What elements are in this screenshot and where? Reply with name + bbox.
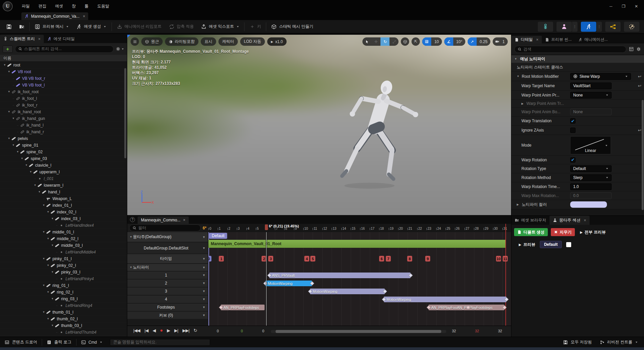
tree-row-clavicle_l[interactable]: ▼clavicle_l (0, 162, 127, 169)
section-chip-default[interactable]: Default (209, 233, 227, 239)
mannequin-character[interactable] (314, 48, 435, 192)
tree-name-column-header[interactable]: 이름 (0, 55, 127, 62)
row-menu-chevron-icon[interactable]: ▼ (202, 290, 205, 293)
timeline-row-타이밍[interactable]: 타이밍▼ (127, 254, 208, 263)
notify-bar-AN_PRPlayFootsteps[interactable]: AN_PRPlayFootsteps (221, 305, 265, 310)
row-menu-chevron-icon[interactable]: ▼ (202, 306, 205, 309)
expander-icon[interactable]: ▼ (42, 311, 46, 314)
to-front-button[interactable]: |◀◀ (133, 328, 140, 333)
timeline-row-2[interactable]: 2▼ (127, 280, 208, 287)
tab-close-icon[interactable]: × (38, 37, 40, 41)
expander-icon[interactable]: ▼ (42, 204, 46, 207)
create-default-button[interactable]: 디폴트 생성 (514, 228, 548, 236)
revision-control-button[interactable]: 리비전 컨트롤 ▼ (597, 339, 641, 345)
document-tab-close-icon[interactable]: × (83, 14, 85, 19)
tab-에셋 디테일[interactable]: 에셋 디테일 (44, 35, 78, 43)
checkbox-Warp Rotation[interactable]: ✔ (570, 157, 576, 163)
show-dropdown[interactable]: 표시 (201, 37, 216, 46)
expander-icon[interactable]: ▼ (7, 70, 11, 73)
all-saved-button[interactable]: 모두 저장됨 (560, 339, 595, 345)
grid-snap-value[interactable]: 10 (431, 39, 442, 44)
minimize-button[interactable]: ─ (605, 2, 617, 10)
cmd-dropdown[interactable]: Cmd ▼ (76, 337, 107, 347)
perspective-dropdown[interactable]: 원근 (141, 37, 163, 46)
timing-marker-1[interactable]: 1 (219, 256, 224, 261)
move-tool-button[interactable]: ✛ (371, 37, 380, 46)
timing-marker-9[interactable]: 9 (425, 256, 430, 261)
display-filter-icon[interactable] (629, 47, 634, 51)
world-local-toggle[interactable] (401, 37, 409, 46)
montage-slot-bar[interactable]: Mannequin_Common_Vault_01_Root (208, 240, 505, 248)
expander-icon[interactable]: ▼ (50, 244, 54, 247)
expander-icon[interactable]: ▼ (3, 63, 7, 66)
expander-icon[interactable]: ▼ (42, 284, 46, 287)
playback-speed-button[interactable]: ▶ x1.0 (267, 37, 287, 46)
range-value-right-0[interactable]: 32 (452, 329, 456, 333)
range-value-left-2[interactable]: 0 (262, 329, 264, 333)
timeline-row-몽타주(DefaultGroup)[interactable]: ▼몽타주(DefaultGroup)▼ (127, 232, 208, 242)
tree-row-pelvis[interactable]: ▼pelvis (0, 135, 127, 142)
tree-row-l_001[interactable]: –l_001 (0, 175, 127, 182)
tab-에셋 브라우저[interactable]: 에셋 브라우저 (511, 216, 549, 225)
timeline-row-3[interactable]: 3▼ (127, 288, 208, 295)
notify-bar-MotionWarping[interactable]: MotionWarping (310, 289, 385, 294)
menu-2[interactable]: 에셋 (51, 0, 67, 12)
physics-mode-button[interactable] (624, 22, 639, 32)
toolbar-button-프리뷰 메시[interactable]: 프리뷰 메시▼ (31, 22, 72, 32)
expander-icon[interactable]: ▼ (29, 170, 33, 173)
surface-snap-button[interactable]: ⇱ (412, 37, 420, 46)
expander-icon[interactable]: ▼ (7, 110, 11, 113)
playhead-handle[interactable] (265, 224, 268, 230)
input-Warp Max Rotation...[interactable]: 0.0 (570, 192, 612, 199)
expander-icon[interactable]: ▼ (46, 210, 50, 213)
tree-row-ik_hand_root[interactable]: ▼ik_hand_root (0, 109, 127, 115)
menu-3[interactable]: 창 (67, 0, 80, 12)
menu-0[interactable]: 파일 (17, 0, 34, 12)
add-bone-button[interactable]: + (3, 45, 13, 53)
tab-애니메이션...[interactable]: 애니메이션... (575, 36, 611, 43)
tree-row-Weapon_L[interactable]: –Weapon_L (0, 195, 127, 202)
tree-row-ik_hand_l[interactable]: –ik_hand_l (0, 122, 127, 129)
timing-marker-4[interactable]: 4 (304, 256, 309, 261)
expander-icon[interactable]: ▼ (11, 144, 15, 147)
toolbar-button-스태틱 메시 만들기[interactable]: 스태틱 메시 만들기 (268, 22, 317, 32)
timeline-row-커브 (0)[interactable]: 커브 (0)▼ (127, 312, 208, 319)
row-menu-chevron-icon[interactable]: ▼ (202, 266, 205, 269)
tree-row-index_03_l[interactable]: ▼index_03_l (0, 215, 127, 222)
timeline-row-노티파이[interactable]: ▼노티파이▼ (127, 264, 208, 271)
preview-all-button[interactable]: ▶ 전부 프리뷰 (578, 229, 608, 235)
tree-row-VB root[interactable]: ▼VB root (0, 68, 127, 75)
timing-marker-7[interactable]: 7 (386, 256, 391, 261)
notify-color-swatch[interactable] (570, 201, 607, 208)
timeline-row-1[interactable]: 1▼ (127, 272, 208, 279)
expander-icon[interactable]: ▼ (50, 297, 54, 300)
checkbox-Warp Translation[interactable]: ✔ (570, 118, 576, 124)
toolbar-button-browse-icon[interactable] (15, 22, 28, 32)
checkbox-Ignore ZAxis[interactable] (570, 128, 576, 133)
character-dropdown[interactable]: 캐릭터 (218, 37, 238, 46)
range-value-right-1[interactable]: 32 (475, 329, 479, 333)
tree-row-pinky_03_l[interactable]: ▼pinky_03_l (0, 269, 127, 276)
maximize-button[interactable]: ❐ (618, 2, 629, 10)
reset-to-default-icon[interactable]: ↩ (635, 74, 644, 79)
row-menu-chevron-icon[interactable]: ▼ (202, 298, 205, 301)
tree-row-ik_foot_root[interactable]: ▼ik_foot_root (0, 89, 127, 95)
notify-bar-MotionWarping[interactable]: MotionWarping (384, 297, 506, 302)
tree-row-spine_02[interactable]: ▼spine_02 (0, 149, 127, 155)
tree-row-pinky_01_l[interactable]: ▼pinky_01_l (0, 255, 127, 262)
tree-row-LeftHandThumb4[interactable]: –LeftHandThumb4 (0, 329, 127, 336)
expander-icon[interactable]: ▼ (42, 257, 46, 260)
row-menu-chevron-icon[interactable]: ▼ (202, 235, 205, 239)
tree-row-ring_01_l[interactable]: ▼ring_01_l (0, 282, 127, 289)
tab-프리뷰 씬...[interactable]: 프리뷰 씬... (542, 36, 575, 43)
montage-document-tab[interactable]: Mannequin_Commo... × (138, 216, 189, 224)
tree-row-thumb_03_l[interactable]: ▼thumb_03_l (0, 322, 127, 329)
tree-row-index_01_l[interactable]: ▼index_01_l (0, 202, 127, 209)
timeline-row-DefaultGroup.DefaultSlot[interactable]: DefaultGroup.DefaultSlot▼ (127, 242, 208, 253)
tree-row-LeftHandMiddle4[interactable]: –LeftHandMiddle4 (0, 249, 127, 255)
timing-marker-2[interactable]: 2 (262, 256, 267, 261)
section-default-chip[interactable]: Default (540, 241, 562, 248)
timing-marker-0[interactable]: 0 (208, 256, 211, 261)
expander-icon[interactable]: ▼ (7, 137, 11, 140)
timeline-hscroll-thumb[interactable] (276, 330, 441, 333)
